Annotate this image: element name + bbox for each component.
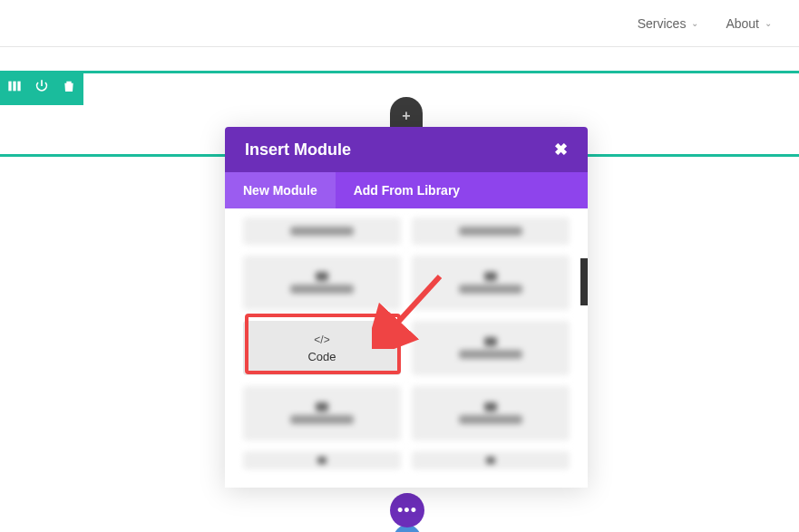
dots-icon: ••• bbox=[397, 501, 417, 520]
module-card-blurred[interactable] bbox=[412, 218, 570, 245]
module-card-blurred[interactable] bbox=[243, 386, 401, 440]
tab-new-label: New Module bbox=[243, 183, 317, 198]
top-navigation: Services ⌄ About ⌄ bbox=[0, 0, 799, 47]
plus-icon: + bbox=[402, 108, 410, 124]
module-card-blurred[interactable] bbox=[243, 218, 401, 245]
modal-title: Insert Module bbox=[245, 140, 351, 160]
tab-add-from-library[interactable]: Add From Library bbox=[336, 172, 478, 208]
columns-icon[interactable] bbox=[7, 79, 22, 97]
module-grid: </> Code bbox=[243, 218, 570, 469]
chevron-down-icon: ⌄ bbox=[765, 18, 772, 28]
code-icon: </> bbox=[314, 334, 329, 346]
module-card-blurred[interactable] bbox=[412, 321, 570, 375]
modal-header: Insert Module ✖ bbox=[225, 127, 588, 172]
section-toolbar bbox=[0, 71, 83, 105]
add-module-button[interactable]: + bbox=[390, 97, 423, 130]
module-card-blurred[interactable] bbox=[412, 386, 570, 440]
svg-rect-1 bbox=[13, 82, 15, 92]
nav-services-label: Services bbox=[638, 16, 687, 31]
module-code-label: Code bbox=[307, 350, 336, 363]
scrollbar[interactable] bbox=[580, 258, 588, 305]
nav-services[interactable]: Services ⌄ bbox=[638, 16, 699, 31]
module-card-code[interactable]: </> Code bbox=[243, 321, 401, 375]
svg-rect-0 bbox=[8, 82, 11, 92]
module-card-blurred[interactable] bbox=[412, 256, 570, 310]
tab-library-label: Add From Library bbox=[354, 183, 460, 198]
close-icon[interactable]: ✖ bbox=[554, 140, 568, 160]
trash-icon[interactable] bbox=[62, 79, 76, 97]
power-icon[interactable] bbox=[34, 79, 49, 97]
module-card-blurred[interactable] bbox=[412, 451, 570, 469]
insert-module-modal: Insert Module ✖ New Module Add From Libr… bbox=[225, 127, 588, 488]
module-card-blurred[interactable] bbox=[243, 451, 401, 469]
chevron-down-icon: ⌄ bbox=[691, 18, 698, 28]
svg-rect-2 bbox=[17, 82, 20, 92]
nav-about[interactable]: About ⌄ bbox=[726, 16, 772, 31]
modal-body: </> Code bbox=[225, 208, 588, 488]
nav-about-label: About bbox=[726, 16, 759, 31]
module-card-blurred[interactable] bbox=[243, 256, 401, 310]
more-options-button[interactable]: ••• bbox=[390, 493, 424, 527]
modal-tabs: New Module Add From Library bbox=[225, 172, 588, 208]
tab-new-module[interactable]: New Module bbox=[225, 172, 336, 208]
